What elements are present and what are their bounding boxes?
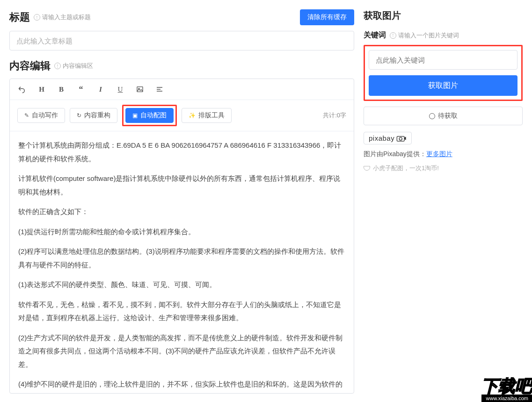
bold-icon[interactable]: B <box>57 85 66 94</box>
action-toolbar: ✎ 自动写作 ↻ 内容重构 ▣ 自动配图 ✨ 排版工具 共计:0字 <box>10 100 354 131</box>
keyword-input[interactable] <box>369 50 517 70</box>
info-icon: ! <box>54 63 61 69</box>
image-icon[interactable] <box>135 85 145 94</box>
title-hint: ! 请输入主题或标题 <box>34 13 91 22</box>
article-title-input[interactable] <box>9 31 354 50</box>
gallery-icon: ▣ <box>132 112 138 119</box>
fetch-image-button[interactable]: 获取图片 <box>369 75 517 96</box>
left-panel: 标题 ! 请输入主题或标题 清除所有缓存 内容编辑 ! 内容编辑区 H <box>9 9 354 402</box>
italic-icon[interactable]: I <box>96 85 105 94</box>
fetch-image-title: 获取图片 <box>364 9 523 22</box>
svg-point-6 <box>399 137 402 140</box>
title-label: 标题 <box>9 10 30 24</box>
camera-icon <box>396 135 407 142</box>
bowl-icon <box>364 166 370 171</box>
pixabay-badge: pixabay <box>364 132 412 144</box>
watermark-url: www.xiazaiba.com <box>481 395 532 402</box>
watermark-text: 下载吧 <box>481 378 532 395</box>
highlight-auto-image: ▣ 自动配图 <box>122 105 177 126</box>
content-paragraph: (2)程序可以满意地处理信息的数据结构。(3)说明程序功能要求和程序需要的文档的… <box>18 245 345 272</box>
pending-status: 待获取 <box>364 107 523 125</box>
undo-icon[interactable] <box>17 85 27 94</box>
svg-rect-0 <box>137 87 143 92</box>
underline-icon[interactable]: U <box>116 85 125 94</box>
watermark: 下载吧 www.xiazaiba.com <box>481 378 532 402</box>
content-paragraph: (4)维护不同的硬件是旧的，理论上软件是旧的，并不坏，但实际上软件也是旧的和坏的… <box>18 378 345 393</box>
layout-tool-button[interactable]: ✨ 排版工具 <box>182 108 232 123</box>
clear-cache-button[interactable]: 清除所有缓存 <box>300 9 354 25</box>
content-paragraph: 软件看不见，无色，枯燥，看不见，摸不到，闻不到。软件大部分存在于人们的头脑或纸上… <box>18 298 345 325</box>
editor-box: H B “ I U ✎ 自动写作 ↻ 内容重构 ▣ <box>9 79 354 394</box>
auto-write-button[interactable]: ✎ 自动写作 <box>17 108 65 123</box>
info-icon: ! <box>390 32 396 39</box>
align-left-icon[interactable] <box>155 85 164 94</box>
coin-hint: 小虎子配图，一次1淘币! <box>364 164 523 172</box>
highlight-keyword-frame: 获取图片 <box>364 45 523 101</box>
refresh-icon: ↻ <box>77 112 81 119</box>
content-paragraph: (1)表达形式不同的硬件类型、颜色、味道、可见、可摸、可闻。 <box>18 278 345 292</box>
keyword-label-row: 关键词 ! 请输入一个图片关键词 <box>364 30 523 40</box>
heading-icon[interactable]: H <box>37 85 46 94</box>
editor-label: 内容编辑 <box>9 59 51 73</box>
content-paragraph: 计算机软件(computer software)是指计算机系统中除硬件以外的所有… <box>18 172 345 199</box>
info-icon: ! <box>34 14 40 21</box>
editor-content[interactable]: 整个计算机系统由两部分组成：E.69DA 5 E 6 BA 9062616964… <box>10 131 354 393</box>
circle-icon <box>429 113 435 119</box>
title-section-header: 标题 ! 请输入主题或标题 清除所有缓存 <box>9 9 354 25</box>
restructure-button[interactable]: ↻ 内容重构 <box>70 108 117 123</box>
editor-section-header: 内容编辑 ! 内容编辑区 <box>9 59 354 73</box>
format-toolbar: H B “ I U <box>10 79 354 100</box>
auto-image-button[interactable]: ▣ 自动配图 <box>125 108 174 123</box>
quote-icon[interactable]: “ <box>76 85 86 94</box>
content-paragraph: 整个计算机系统由两部分组成：E.69DA 5 E 6 BA 9062616964… <box>18 139 345 165</box>
wand-icon: ✨ <box>189 112 196 119</box>
more-images-link[interactable]: 更多图片 <box>426 150 452 158</box>
content-paragraph: 软件的正确含义如下： <box>18 205 345 219</box>
word-counter: 共计:0字 <box>323 111 346 120</box>
credit-line: 图片由Pixabay提供：更多图片 <box>364 150 523 158</box>
right-panel: 获取图片 关键词 ! 请输入一个图片关键词 获取图片 待获取 pixabay 图… <box>364 9 523 402</box>
editor-hint: ! 内容编辑区 <box>54 62 93 70</box>
pencil-icon: ✎ <box>24 112 29 119</box>
content-paragraph: (2)生产方式不同的软件是开发，是人类智能的高发挥，而不是传统意义上的硬件制造。… <box>18 331 345 372</box>
content-paragraph: (1)提供运行时所需功能和性能的命令或计算机程序集合。 <box>18 225 345 239</box>
keyword-hint: ! 请输入一个图片关键词 <box>390 31 459 40</box>
keyword-label: 关键词 <box>364 30 386 40</box>
